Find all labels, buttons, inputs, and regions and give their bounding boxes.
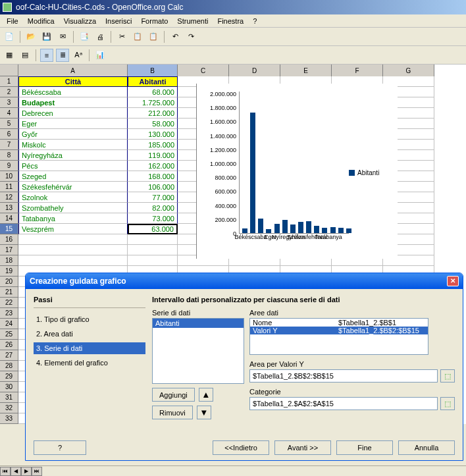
cell-population[interactable]: 73.000 xyxy=(128,213,178,224)
cell-population[interactable]: 212.000 xyxy=(128,108,178,119)
row-header-23[interactable]: 23 xyxy=(0,308,18,319)
row-header-28[interactable]: 28 xyxy=(0,361,18,371)
row-header-24[interactable]: 24 xyxy=(0,319,18,329)
empty-cell[interactable] xyxy=(18,245,128,255)
categorie-input[interactable] xyxy=(249,397,438,410)
row-header-27[interactable]: 27 xyxy=(0,350,18,361)
cell-population[interactable]: 119.000 xyxy=(128,150,178,161)
row-header-20[interactable]: 20 xyxy=(0,277,18,287)
menu-inserisci[interactable]: Inserisci xyxy=(101,16,136,26)
menu-file[interactable]: File xyxy=(3,16,22,26)
grid-icon[interactable]: ▤ xyxy=(18,49,32,62)
row-header-13[interactable]: 13 xyxy=(0,203,18,213)
copy-icon[interactable]: 📋 xyxy=(131,30,144,43)
cell-city[interactable]: Győr xyxy=(18,129,128,140)
area-listbox[interactable]: Nome$Tabella1_2.$B$1 Valori Y$Tabella1_2… xyxy=(249,318,428,355)
col-header-b[interactable]: B xyxy=(128,65,178,76)
row-header-26[interactable]: 26 xyxy=(0,340,18,350)
cell-city[interactable]: Szolnok xyxy=(18,192,128,203)
row-header-8[interactable]: 8 xyxy=(0,150,18,161)
layout-icon[interactable]: ▦ xyxy=(3,49,16,62)
shrink-range-icon[interactable]: ⬚ xyxy=(440,369,455,383)
empty-cell[interactable] xyxy=(18,255,128,266)
row-header-17[interactable]: 17 xyxy=(0,245,18,255)
col-header-e[interactable]: E xyxy=(280,65,332,76)
cell-population[interactable]: 82.000 xyxy=(128,203,178,213)
area-row-valori[interactable]: Valori Y$Tabella1_2.$B$2:$B$15 xyxy=(250,327,428,334)
wizard-step-3[interactable]: 3. Serie di dati xyxy=(34,342,145,354)
cell-population[interactable]: 185.000 xyxy=(128,140,178,150)
row-header-21[interactable]: 21 xyxy=(0,287,18,298)
row-header-4[interactable]: 4 xyxy=(0,108,18,119)
area-row-nome[interactable]: Nome$Tabella1_2.$B$1 xyxy=(250,319,428,327)
row-header-9[interactable]: 9 xyxy=(0,161,18,171)
mail-icon[interactable]: ✉ xyxy=(56,30,69,43)
row-header-29[interactable]: 29 xyxy=(0,371,18,382)
cell-population[interactable]: 63.000 xyxy=(128,224,178,234)
cell-population[interactable]: 130.000 xyxy=(128,129,178,140)
move-down-icon[interactable]: ▼ xyxy=(197,406,211,419)
hgrid-icon[interactable]: ≡ xyxy=(40,49,53,62)
cell-city[interactable]: Veszprém xyxy=(18,224,128,234)
menu-help[interactable]: ? xyxy=(249,16,261,26)
new-doc-icon[interactable]: 📄 xyxy=(3,30,16,43)
row-header-15[interactable]: 15 xyxy=(0,224,18,234)
vgrid-icon[interactable]: ≣ xyxy=(56,49,69,62)
row-header-7[interactable]: 7 xyxy=(0,140,18,150)
close-icon[interactable]: ✕ xyxy=(447,276,459,286)
cell-population[interactable]: 106.000 xyxy=(128,182,178,192)
header-abitanti[interactable]: Abitanti xyxy=(128,76,178,87)
empty-cell[interactable] xyxy=(128,234,178,245)
dialog-titlebar[interactable]: Creazione guidata grafico ✕ xyxy=(26,273,463,289)
row-header-31[interactable]: 31 xyxy=(0,392,18,403)
move-up-icon[interactable]: ▲ xyxy=(199,388,213,402)
header-citta[interactable]: Città xyxy=(18,76,128,87)
row-header-33[interactable]: 33 xyxy=(0,413,18,424)
empty-cell[interactable] xyxy=(128,245,178,255)
wizard-step-2[interactable]: 2. Area dati xyxy=(34,328,145,340)
row-header-14[interactable]: 14 xyxy=(0,213,18,224)
add-button[interactable]: Aggiungi xyxy=(152,388,195,402)
menu-modifica[interactable]: Modifica xyxy=(24,16,59,26)
menu-strumenti[interactable]: Strumenti xyxy=(173,16,212,26)
row-header-19[interactable]: 19 xyxy=(0,266,18,277)
row-header-11[interactable]: 11 xyxy=(0,182,18,192)
row-header-32[interactable]: 32 xyxy=(0,403,18,413)
tab-last-icon[interactable]: ⏭ xyxy=(32,467,42,476)
save-icon[interactable]: 💾 xyxy=(40,30,53,43)
wizard-step-4[interactable]: 4. Elementi del grafico xyxy=(34,357,145,369)
row-header-30[interactable]: 30 xyxy=(0,382,18,392)
export-icon[interactable]: 📑 xyxy=(78,30,91,43)
paste-icon[interactable]: 📋 xyxy=(147,30,160,43)
next-button[interactable]: Avanti >> xyxy=(274,440,331,455)
cell-population[interactable]: 68.000 xyxy=(128,87,178,97)
undo-icon[interactable]: ↶ xyxy=(168,30,182,43)
cell-city[interactable]: Szeged xyxy=(18,171,128,182)
col-header-d[interactable]: D xyxy=(229,65,280,76)
col-header-a[interactable]: A xyxy=(18,65,128,76)
row-header-25[interactable]: 25 xyxy=(0,329,18,340)
wizard-step-1[interactable]: 1. Tipo di grafico xyxy=(34,313,145,325)
cell-population[interactable]: 1.725.000 xyxy=(128,97,178,108)
cell-city[interactable]: Eger xyxy=(18,119,128,129)
cell-city[interactable]: Szombathely xyxy=(18,203,128,213)
row-header-12[interactable]: 12 xyxy=(0,192,18,203)
row-header-6[interactable]: 6 xyxy=(0,129,18,140)
print-icon[interactable]: 🖨 xyxy=(93,30,107,43)
row-header-22[interactable]: 22 xyxy=(0,298,18,308)
row-header-3[interactable]: 3 xyxy=(0,97,18,108)
series-item[interactable]: Abitanti xyxy=(153,319,244,328)
open-icon[interactable]: 📂 xyxy=(24,30,38,43)
row-header-10[interactable]: 10 xyxy=(0,171,18,182)
back-button[interactable]: <<Indietro xyxy=(213,440,269,455)
tab-prev-icon[interactable]: ◀ xyxy=(11,467,21,476)
cell-population[interactable]: 168.000 xyxy=(128,171,178,182)
cell-city[interactable]: Miskolc xyxy=(18,140,128,150)
series-listbox[interactable]: Abitanti xyxy=(152,318,244,384)
empty-cell[interactable] xyxy=(18,234,128,245)
chart-icon[interactable]: 📊 xyxy=(93,49,107,62)
cell-city[interactable]: Pécs xyxy=(18,161,128,171)
menu-finestra[interactable]: Finestra xyxy=(213,16,247,26)
redo-icon[interactable]: ↷ xyxy=(184,30,197,43)
tab-next-icon[interactable]: ▶ xyxy=(21,467,32,476)
